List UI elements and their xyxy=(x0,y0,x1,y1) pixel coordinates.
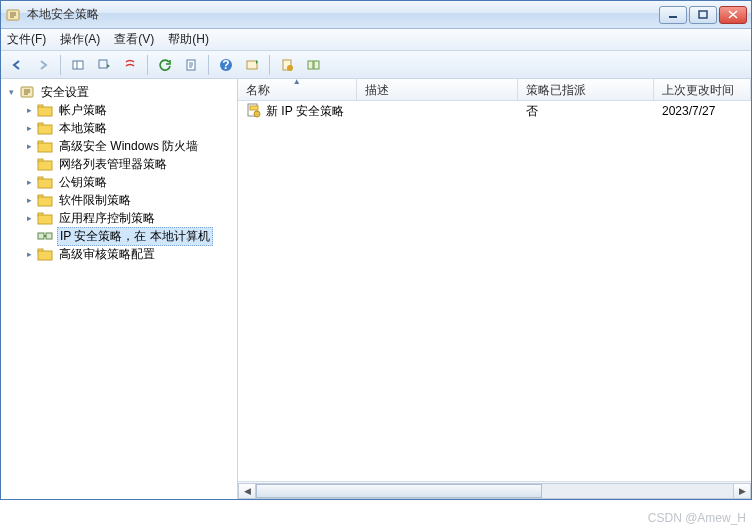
tree-item[interactable]: IP 安全策略，在 本地计算机 xyxy=(19,227,237,245)
tree-item-label: 软件限制策略 xyxy=(57,192,133,209)
svg-rect-15 xyxy=(38,107,52,116)
security-settings-icon xyxy=(19,84,35,100)
tree-item-label: 帐户策略 xyxy=(57,102,109,119)
column-modified[interactable]: 上次更改时间 xyxy=(654,79,751,100)
toolbar-separator xyxy=(60,55,61,75)
column-desc[interactable]: 描述 xyxy=(357,79,519,100)
tree-item[interactable]: 网络列表管理器策略 xyxy=(19,155,237,173)
folder-icon xyxy=(37,192,53,208)
scroll-right-button[interactable]: ▶ xyxy=(733,483,751,499)
minimize-button[interactable] xyxy=(659,6,687,24)
forward-button[interactable] xyxy=(31,54,55,76)
folder-icon xyxy=(37,138,53,154)
svg-rect-4 xyxy=(99,60,107,68)
tree-item[interactable]: ▸高级安全 Windows 防火墙 xyxy=(19,137,237,155)
watermark: CSDN @Amew_H xyxy=(648,511,746,525)
svg-text:?: ? xyxy=(222,58,229,72)
column-name-label: 名称 xyxy=(246,83,270,97)
column-assigned-label: 策略已指派 xyxy=(526,83,586,97)
folder-icon xyxy=(37,156,53,172)
tree-item[interactable]: ▸帐户策略 xyxy=(19,101,237,119)
refresh-button[interactable] xyxy=(153,54,177,76)
window-title: 本地安全策略 xyxy=(27,6,659,23)
window-controls xyxy=(659,6,747,24)
svg-rect-31 xyxy=(38,251,52,260)
svg-point-10 xyxy=(287,65,293,71)
svg-rect-12 xyxy=(314,61,319,69)
ipsec-icon xyxy=(37,228,53,244)
cell-modified: 2023/7/27 xyxy=(654,104,751,118)
column-desc-label: 描述 xyxy=(365,83,389,97)
local-security-policy-window: 本地安全策略 文件(F) 操作(A) 查看(V) 帮助(H) ? ▾安全设置▸帐… xyxy=(0,0,752,500)
main-area: ▾安全设置▸帐户策略▸本地策略▸高级安全 Windows 防火墙网络列表管理器策… xyxy=(1,79,751,499)
tree-item-label: 本地策略 xyxy=(57,120,109,137)
tree-item-label: 公钥策略 xyxy=(57,174,109,191)
menubar: 文件(F) 操作(A) 查看(V) 帮助(H) xyxy=(1,29,751,51)
tree-item-label: 网络列表管理器策略 xyxy=(57,156,169,173)
svg-point-34 xyxy=(254,111,260,117)
toolbar: ? xyxy=(1,51,751,79)
maximize-button[interactable] xyxy=(689,6,717,24)
tree-item-label: 高级审核策略配置 xyxy=(57,246,157,263)
list-header: ▲名称 描述 策略已指派 上次更改时间 xyxy=(238,79,751,101)
table-row[interactable]: 新 IP 安全策略否2023/7/27 xyxy=(238,101,751,121)
assign-button[interactable] xyxy=(275,54,299,76)
folder-icon xyxy=(37,174,53,190)
svg-rect-28 xyxy=(38,233,44,239)
tree-pane[interactable]: ▾安全设置▸帐户策略▸本地策略▸高级安全 Windows 防火墙网络列表管理器策… xyxy=(1,79,238,499)
svg-rect-25 xyxy=(38,197,52,206)
manage-filter-button[interactable] xyxy=(301,54,325,76)
scroll-left-button[interactable]: ◀ xyxy=(238,483,256,499)
toolbar-separator xyxy=(208,55,209,75)
svg-rect-17 xyxy=(38,125,52,134)
policy-icon xyxy=(246,102,262,121)
svg-rect-11 xyxy=(308,61,313,69)
properties-button[interactable] xyxy=(179,54,203,76)
export-button[interactable] xyxy=(92,54,116,76)
menu-file[interactable]: 文件(F) xyxy=(7,31,46,48)
menu-view[interactable]: 查看(V) xyxy=(114,31,154,48)
tree-item[interactable]: ▸应用程序控制策略 xyxy=(19,209,237,227)
collapse-icon[interactable]: ▾ xyxy=(5,86,17,98)
new-policy-button[interactable] xyxy=(240,54,264,76)
svg-rect-27 xyxy=(38,215,52,224)
back-button[interactable] xyxy=(5,54,29,76)
list-body[interactable]: 新 IP 安全策略否2023/7/27 xyxy=(238,101,751,481)
scroll-thumb[interactable] xyxy=(256,484,542,498)
svg-rect-19 xyxy=(38,143,52,152)
scroll-track[interactable] xyxy=(256,483,733,499)
tree-item[interactable]: ▸本地策略 xyxy=(19,119,237,137)
tree-item-label: 高级安全 Windows 防火墙 xyxy=(57,138,200,155)
svg-rect-23 xyxy=(38,179,52,188)
tree-item[interactable]: ▸软件限制策略 xyxy=(19,191,237,209)
expand-icon[interactable]: ▸ xyxy=(23,248,35,260)
expand-icon[interactable]: ▸ xyxy=(23,104,35,116)
svg-rect-8 xyxy=(247,61,257,69)
list-pane: ▲名称 描述 策略已指派 上次更改时间 新 IP 安全策略否2023/7/27 … xyxy=(238,79,751,499)
filter-button[interactable] xyxy=(118,54,142,76)
cell-name: 新 IP 安全策略 xyxy=(266,103,344,120)
expand-icon[interactable]: ▸ xyxy=(23,176,35,188)
column-assigned[interactable]: 策略已指派 xyxy=(518,79,654,100)
titlebar[interactable]: 本地安全策略 xyxy=(1,1,751,29)
close-button[interactable] xyxy=(719,6,747,24)
expand-icon[interactable]: ▸ xyxy=(23,140,35,152)
tree-item[interactable]: ▸高级审核策略配置 xyxy=(19,245,237,263)
help-button[interactable]: ? xyxy=(214,54,238,76)
cell-assigned: 否 xyxy=(518,103,654,120)
horizontal-scrollbar[interactable]: ◀ ▶ xyxy=(238,481,751,499)
toolbar-separator xyxy=(269,55,270,75)
folder-icon xyxy=(37,210,53,226)
action-button[interactable] xyxy=(66,54,90,76)
tree-root[interactable]: ▾安全设置 xyxy=(1,83,237,101)
menu-help[interactable]: 帮助(H) xyxy=(168,31,209,48)
menu-action[interactable]: 操作(A) xyxy=(60,31,100,48)
tree-item-label: 应用程序控制策略 xyxy=(57,210,157,227)
svg-rect-2 xyxy=(699,11,707,18)
column-name[interactable]: ▲名称 xyxy=(238,79,357,100)
expand-icon[interactable]: ▸ xyxy=(23,212,35,224)
expand-icon[interactable]: ▸ xyxy=(23,194,35,206)
tree-item[interactable]: ▸公钥策略 xyxy=(19,173,237,191)
app-icon xyxy=(5,7,21,23)
expand-icon[interactable]: ▸ xyxy=(23,122,35,134)
